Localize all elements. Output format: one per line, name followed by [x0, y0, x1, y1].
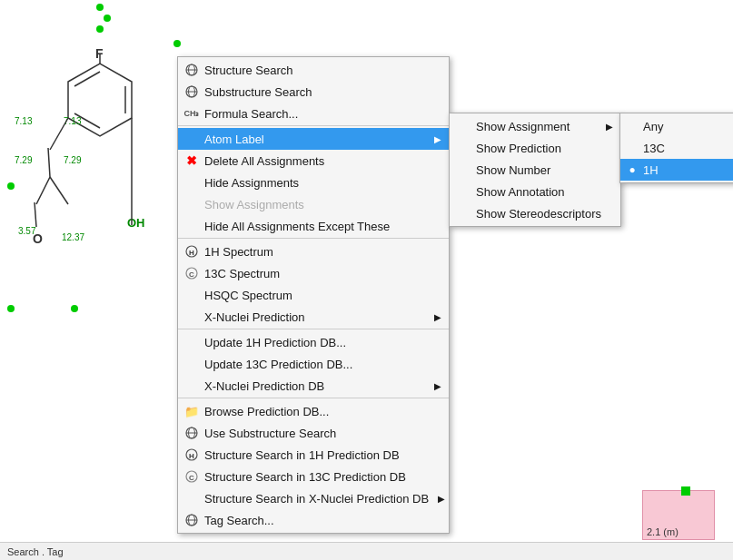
empty-icon-s4 — [455, 183, 471, 200]
menu-label: Tag Search... — [204, 514, 441, 527]
h-circle-icon2: H — [183, 447, 200, 463]
pink-info-box: 2.1 (m) — [642, 490, 715, 540]
submenu-label: Show Assignment — [476, 120, 597, 133]
submenu-label: 13C — [643, 142, 733, 155]
menu-label: Use Substructure Search — [204, 427, 441, 440]
menu-item-tag-search[interactable]: Tag Search... — [178, 509, 449, 531]
arrow-icon: ▶ — [425, 134, 441, 144]
menu-item-substructure-search[interactable]: Substructure Search — [178, 81, 449, 103]
submenu-label: Show Annotation — [476, 185, 613, 199]
submenu-label: Any — [643, 120, 733, 133]
menu-item-struct-search-1h[interactable]: H Structure Search in 1H Prediction DB — [178, 444, 449, 466]
menu-item-atom-label[interactable]: Atom Label ▶ — [178, 128, 449, 150]
svg-point-25 — [71, 305, 78, 312]
empty-icon6 — [183, 309, 200, 325]
status-bar: Search . Tag — [0, 542, 733, 560]
svg-point-2 — [96, 25, 104, 33]
submenu-item-show-assignment[interactable]: Show Assignment ▶ — [450, 115, 620, 137]
menu-label: Update 1H Prediction DB... — [204, 336, 441, 349]
canvas: F 7.13 7.13 7.29 7.29 O OH 3.57 12.37 — [0, 0, 733, 560]
svg-line-16 — [50, 177, 68, 204]
submenu-item-show-stereo[interactable]: Show Stereodescriptors — [450, 202, 620, 224]
h-circle-icon: H — [183, 243, 200, 260]
menu-label: Structure Search in 13C Prediction DB — [204, 470, 441, 484]
svg-text:OH: OH — [127, 216, 145, 230]
arrow-icon2: ▶ — [425, 312, 441, 322]
menu-label: Structure Search in X-Nuclei Prediction … — [204, 492, 429, 506]
empty-icon-s1 — [455, 118, 471, 134]
menu-label: X-Nuclei Prediction DB — [204, 379, 425, 393]
arrow-icon3: ▶ — [425, 381, 441, 391]
svg-text:C: C — [189, 270, 194, 279]
svg-point-24 — [7, 182, 15, 190]
menu-item-x-nuclei-pred-db[interactable]: X-Nuclei Prediction DB ▶ — [178, 375, 449, 398]
globe-icon4 — [183, 512, 200, 528]
menu-item-hide-assignments[interactable]: Hide Assignments — [178, 172, 449, 193]
menu-label: Structure Search in 1H Prediction DB — [204, 448, 441, 462]
svg-line-18 — [35, 202, 36, 227]
svg-text:7.29: 7.29 — [64, 155, 82, 165]
menu-label: Update 13C Prediction DB... — [204, 358, 441, 371]
menu-label: Hide All Assignments Except These — [204, 220, 441, 233]
submenu-item-13c[interactable]: 13C — [620, 137, 733, 159]
svg-point-1 — [104, 15, 111, 22]
search-tag-label: Search . Tag — [7, 546, 64, 557]
arrow-icon-s1: ▶ — [597, 122, 613, 132]
pink-box-label: 2.1 (m) — [647, 526, 679, 537]
empty-icon — [183, 131, 200, 147]
formula-icon: CH₃ — [183, 105, 200, 122]
empty-icon3 — [183, 196, 200, 212]
show-assignment-submenu: Any 13C ● 1H — [619, 113, 733, 183]
submenu-item-show-annotation[interactable]: Show Annotation — [450, 181, 620, 202]
molecule-drawing: F 7.13 7.13 7.29 7.29 O OH 3.57 12.37 — [0, 0, 182, 363]
submenu-item-any[interactable]: Any — [620, 115, 733, 137]
menu-item-hide-all-except[interactable]: Hide All Assignments Except These — [178, 215, 449, 239]
menu-label: Atom Label — [204, 133, 425, 146]
menu-item-13c-spectrum[interactable]: C 13C Spectrum — [178, 262, 449, 284]
svg-point-26 — [7, 305, 15, 312]
menu-item-hsqc-spectrum[interactable]: HSQC Spectrum — [178, 284, 449, 306]
svg-line-14 — [50, 118, 68, 150]
empty-icon-sa1 — [626, 118, 639, 134]
menu-item-1h-spectrum[interactable]: H 1H Spectrum — [178, 241, 449, 262]
menu-item-update-1h-pred[interactable]: Update 1H Prediction DB... — [178, 331, 449, 353]
menu-item-struct-search-xnuclei[interactable]: Structure Search in X-Nuclei Prediction … — [178, 487, 449, 509]
menu-item-browse-pred-db[interactable]: 📁 Browse Prediction DB... — [178, 400, 449, 422]
empty-icon2 — [183, 174, 200, 191]
atom-label-submenu: Show Assignment ▶ Show Prediction Show N… — [449, 113, 621, 227]
empty-icon-s3 — [455, 162, 471, 178]
empty-icon5 — [183, 287, 200, 303]
globe-icon — [183, 62, 200, 78]
menu-item-structure-search[interactable]: Structure Search — [178, 59, 449, 81]
globe-icon3 — [183, 425, 200, 441]
svg-text:H: H — [189, 249, 194, 257]
menu-item-x-nuclei-pred[interactable]: X-Nuclei Prediction ▶ — [178, 306, 449, 329]
menu-item-delete-assignments[interactable]: ✖ Delete All Assignments — [178, 150, 449, 172]
empty-icon4 — [183, 218, 200, 234]
menu-label: X-Nuclei Prediction — [204, 310, 425, 324]
menu-item-formula-search[interactable]: CH₃ Formula Search... — [178, 103, 449, 126]
svg-text:12.37: 12.37 — [62, 232, 84, 242]
menu-item-update-13c-pred[interactable]: Update 13C Prediction DB... — [178, 353, 449, 375]
menu-label: Hide Assignments — [204, 176, 441, 190]
submenu-label: Show Stereodescriptors — [476, 207, 613, 221]
c-circle-icon2: C — [183, 468, 200, 485]
menu-label: Show Assignments — [204, 198, 441, 211]
empty-icon10 — [183, 490, 200, 506]
submenu-item-show-prediction[interactable]: Show Prediction — [450, 137, 620, 159]
menu-item-struct-search-13c[interactable]: C Structure Search in 13C Prediction DB — [178, 466, 449, 487]
empty-icon-sa2 — [626, 140, 639, 156]
svg-text:7.29: 7.29 — [15, 155, 33, 165]
submenu-item-show-number[interactable]: Show Number — [450, 159, 620, 181]
svg-line-5 — [74, 72, 100, 86]
red-x-icon: ✖ — [183, 152, 200, 169]
menu-item-use-substructure-search[interactable]: Use Substructure Search — [178, 422, 449, 444]
submenu-label: Show Number — [476, 163, 613, 177]
arrow-icon4: ▶ — [429, 494, 445, 504]
menu-label: Structure Search — [204, 64, 441, 77]
submenu-label: Show Prediction — [476, 142, 613, 155]
submenu-item-1h[interactable]: ● 1H — [620, 159, 733, 181]
empty-icon7 — [183, 334, 200, 350]
menu-item-show-assignments[interactable]: Show Assignments — [178, 193, 449, 215]
empty-icon8 — [183, 356, 200, 372]
